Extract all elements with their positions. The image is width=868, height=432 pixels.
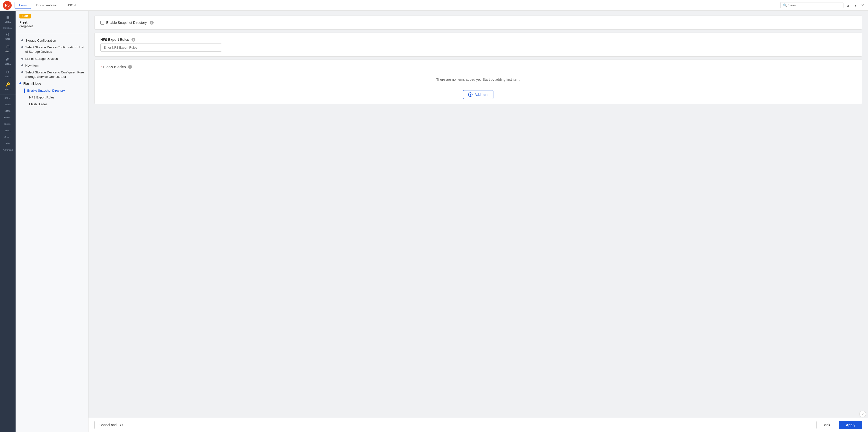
add-item-label: Add Item: [474, 93, 488, 96]
nfs-export-input[interactable]: [100, 43, 222, 52]
tab-documentation[interactable]: Documentation: [32, 2, 62, 9]
grid-icon: ⊞: [5, 14, 10, 20]
sidebar-label-extern: Exte...: [5, 63, 11, 65]
enable-snapshot-checkbox[interactable]: [100, 21, 104, 25]
apply-button[interactable]: Apply: [839, 421, 862, 429]
nav-tree: Storage Configuration Select Storage Dev…: [16, 31, 88, 432]
bullet-icon: [21, 58, 23, 60]
nav-panel: Edit Fleet greg-fleet Storage Configurat…: [16, 11, 89, 432]
nav-panel-header: Edit Fleet greg-fleet: [16, 11, 88, 31]
sidebar-label-select: Sele...: [5, 21, 11, 23]
manage-icon: ⚙: [5, 69, 10, 74]
sidebar-item-advanced[interactable]: Advanced: [0, 147, 16, 153]
enable-snapshot-row: Enable Snapshot Directory i: [100, 21, 856, 25]
nav-label-select-storage: Select Storage Device Configuration : Li…: [25, 45, 84, 54]
active-indicator: [24, 89, 25, 93]
main-layout: ⊞ Sele... Cloud a... ◎ Sites ⊡ Flee... ◎…: [0, 11, 868, 432]
sidebar-item-select[interactable]: ⊞ Sele...: [0, 13, 16, 25]
flash-blades-title: * Flash Blades i: [100, 65, 856, 69]
bullet-icon: [20, 83, 21, 84]
sidebar-label-firew: Firew...: [4, 116, 11, 119]
fleet-title: Fleet: [20, 21, 84, 24]
nav-label-list-storage: List of Storage Devices: [25, 57, 58, 61]
sidebar-icons: ⊞ Sele... Cloud a... ◎ Sites ⊡ Flee... ◎…: [0, 11, 16, 432]
nav-label-flash-blade: Flash Blade: [23, 82, 41, 86]
flash-blades-section: * Flash Blades i There are no items adde…: [94, 60, 862, 104]
fleet-subtitle: greg-fleet: [20, 24, 84, 28]
sidebar-label-manage: Man...: [5, 75, 11, 78]
nav-item-select-device[interactable]: Select Storage Device to Configure : Pur…: [16, 69, 88, 80]
topbar-right: 🔍 ▲ ▼ ✕: [780, 2, 865, 8]
nav-label-select-device: Select Storage Device to Configure : Pur…: [25, 70, 84, 79]
sidebar-label-sites: Sites: [5, 38, 10, 40]
sites-icon: ◎: [5, 32, 10, 37]
sidebar-item-firew[interactable]: Firew...: [0, 114, 16, 121]
flash-blades-empty-state: There are no items added yet. Start by a…: [100, 73, 856, 86]
sidebar-label-mana: Mana: [5, 103, 11, 106]
nav-item-flash-blade-header[interactable]: Flash Blade: [16, 80, 88, 87]
sidebar-item-sites[interactable]: ◎ Sites: [0, 30, 16, 42]
fleet-icon: ⊡: [5, 44, 10, 50]
search-next-button[interactable]: ▼: [853, 3, 858, 8]
sidebar-label-manage2: Man...: [5, 88, 11, 91]
cancel-exit-button[interactable]: Cancel and Exit: [94, 421, 128, 429]
sidebar-item-servi[interactable]: Servi...: [0, 134, 16, 141]
bullet-icon: [21, 46, 23, 48]
help-icon[interactable]: ?: [859, 411, 866, 418]
f5-logo: F5: [3, 1, 12, 10]
sidebar-item-sitel[interactable]: Site l...: [0, 95, 16, 101]
bullet-icon: [21, 64, 23, 66]
sidebar-item-extern[interactable]: ◎ Exte...: [0, 55, 16, 67]
back-button[interactable]: Back: [816, 421, 836, 429]
bullet-icon: [21, 71, 23, 73]
sidebar-item-alert[interactable]: Alert: [0, 140, 16, 147]
tab-json[interactable]: JSON: [63, 2, 81, 9]
required-star: *: [100, 65, 102, 69]
nav-label-storage-config: Storage Configuration: [25, 38, 56, 43]
sidebar-item-secr[interactable]: Secr...: [0, 127, 16, 134]
sidebar-item-manage2[interactable]: 🔑 Man...: [0, 80, 16, 93]
nav-label-enable-snapshot: Enable Snapshot Directory: [27, 89, 65, 93]
search-close-button[interactable]: ✕: [860, 2, 865, 8]
content-scroll: Enable Snapshot Directory i NFS Export R…: [89, 11, 868, 418]
enable-snapshot-section: Enable Snapshot Directory i: [94, 16, 862, 30]
tab-form[interactable]: Form: [14, 2, 31, 9]
bullet-icon: [21, 39, 23, 41]
sidebar-label-exter: Exter...: [4, 123, 11, 125]
sidebar-item-netw[interactable]: Netw...: [0, 108, 16, 114]
sidebar-label-netw: Netw...: [4, 110, 11, 112]
nav-item-flash-blades-child[interactable]: Flash Blades: [16, 101, 88, 108]
add-item-button[interactable]: + Add Item: [463, 90, 493, 99]
nfs-export-label-text: NFS Export Rules: [100, 38, 129, 41]
nav-item-list-storage[interactable]: List of Storage Devices: [16, 55, 88, 62]
nav-label-nfs-export: NFS Export Rules: [29, 95, 55, 100]
sidebar-item-mana[interactable]: Mana: [0, 101, 16, 108]
nav-item-enable-snapshot[interactable]: Enable Snapshot Directory: [16, 87, 88, 94]
sidebar-item-exter[interactable]: Exter...: [0, 121, 16, 127]
key-icon: 🔑: [5, 82, 10, 87]
sidebar-item-fleet[interactable]: ⊡ Flee...: [0, 42, 16, 55]
enable-snapshot-info-icon[interactable]: i: [150, 21, 154, 25]
search-prev-button[interactable]: ▲: [845, 3, 851, 8]
flash-blades-info-icon[interactable]: i: [128, 65, 132, 69]
content-area: Enable Snapshot Directory i NFS Export R…: [89, 11, 868, 432]
nav-label-flash-blades-child: Flash Blades: [29, 102, 48, 106]
sidebar-label-advanced: Advanced: [3, 149, 13, 151]
nfs-export-label: NFS Export Rules i: [100, 38, 856, 41]
sidebar-item-manage[interactable]: ⚙ Man...: [0, 67, 16, 80]
nav-item-select-storage[interactable]: Select Storage Device Configuration : Li…: [16, 44, 88, 55]
nav-item-storage-config[interactable]: Storage Configuration: [16, 37, 88, 44]
bottom-bar: Cancel and Exit Back Apply: [89, 418, 868, 432]
nav-item-new-item[interactable]: New Item: [16, 62, 88, 69]
search-icon: 🔍: [783, 3, 787, 7]
topbar: F5 Form Documentation JSON 🔍 ▲ ▼ ✕: [0, 0, 868, 11]
search-box: 🔍: [780, 2, 843, 8]
enable-snapshot-label: Enable Snapshot Directory: [106, 21, 147, 25]
tab-group: Form Documentation JSON: [14, 2, 80, 9]
nav-label-new-item: New Item: [25, 63, 39, 68]
search-input[interactable]: [788, 3, 841, 7]
sidebar-label-fleet: Flee...: [5, 50, 11, 53]
nav-item-nfs-export[interactable]: NFS Export Rules: [16, 94, 88, 101]
nfs-export-info-icon[interactable]: i: [131, 38, 135, 41]
sidebar-label-servi: Servi...: [4, 136, 11, 138]
